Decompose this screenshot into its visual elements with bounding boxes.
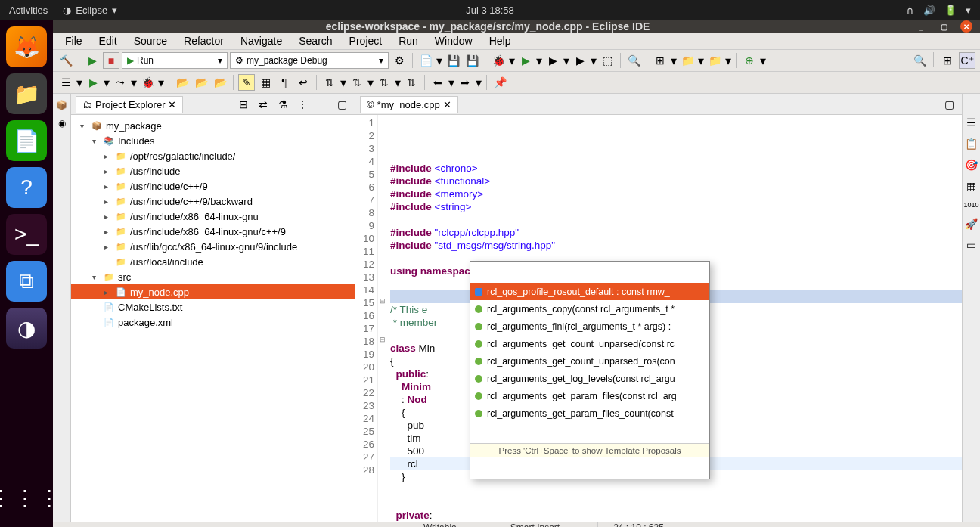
run-last-icon[interactable]: ▶ xyxy=(85,74,101,91)
titlebar[interactable]: eclipse-workspace - my_package/src/my_no… xyxy=(53,20,980,33)
autocomplete-item[interactable]: rcl_arguments_fini(rcl_arguments_t * arg… xyxy=(470,318,709,335)
back-icon[interactable]: ⬅ xyxy=(430,74,446,91)
run-mode-combo[interactable]: ▶Run▾ xyxy=(122,52,228,69)
includes-node[interactable]: ▾📚Includes xyxy=(71,133,355,148)
nav-icon-4[interactable]: ⇅ xyxy=(403,74,420,91)
highlight-icon[interactable]: ✎ xyxy=(238,74,255,91)
menu-search[interactable]: Search xyxy=(291,33,340,49)
launcher-libreoffice[interactable]: 📄 xyxy=(6,120,47,161)
activities-button[interactable]: Activities xyxy=(9,5,48,16)
project-file-node[interactable]: 📄CMakeLists.txt xyxy=(71,299,355,315)
make-icon[interactable]: ▦ xyxy=(966,180,976,192)
autocomplete-item[interactable]: rcl_arguments_get_count_unparsed(const r… xyxy=(470,335,709,352)
autocomplete-item[interactable]: rcl_arguments_get_param_files(const rcl_… xyxy=(470,387,709,405)
hammer-icon[interactable]: 🔨 xyxy=(57,52,74,69)
navigator-icon[interactable]: 📦 xyxy=(56,100,67,110)
open-icon-3[interactable]: 📂 xyxy=(212,74,228,91)
outline-view-icon[interactable]: ☰ xyxy=(966,116,976,129)
profile-icon[interactable]: ▶ xyxy=(572,52,588,69)
launcher-screenshot[interactable]: ⧉ xyxy=(6,261,47,302)
outline-icon[interactable]: ◉ xyxy=(58,118,66,129)
binary-icon[interactable]: 1010 xyxy=(963,201,978,209)
view-menu-icon[interactable]: ⋮ xyxy=(294,96,311,113)
step-debug-icon[interactable]: ☰ xyxy=(57,74,74,91)
minimize-editor-icon[interactable]: _ xyxy=(921,96,938,113)
maximize-view-icon[interactable]: ▢ xyxy=(333,96,350,113)
autocomplete-item[interactable]: rcl_arguments_get_log_levels(const rcl_a… xyxy=(470,370,709,387)
clock[interactable]: Jul 3 18:58 xyxy=(466,5,514,16)
save-icon[interactable]: 💾 xyxy=(445,52,461,69)
include-dir-node[interactable]: ▸📁/opt/ros/galactic/include/ xyxy=(71,148,355,163)
wrap-icon[interactable]: ↩ xyxy=(295,74,312,91)
nav-icon-2[interactable]: ⇅ xyxy=(349,74,365,91)
nav-icon-3[interactable]: ⇅ xyxy=(376,74,392,91)
project-file-node[interactable]: 📄package.xml xyxy=(71,315,355,330)
new-cpp-class-icon[interactable]: ⊞ xyxy=(652,52,668,69)
external-icon[interactable]: ⬚ xyxy=(599,52,616,69)
menu-help[interactable]: Help xyxy=(482,33,519,49)
forward-icon[interactable]: ➡ xyxy=(457,74,473,91)
menu-navigate[interactable]: Navigate xyxy=(233,33,290,49)
launcher-files[interactable]: 📁 xyxy=(6,73,47,114)
new-file-icon[interactable]: 📄 xyxy=(417,52,434,69)
stop-button[interactable]: ■ xyxy=(103,52,119,69)
network-icon[interactable]: ⋔ xyxy=(906,5,914,16)
new-folder-icon[interactable]: 📁 xyxy=(679,52,696,69)
gear-icon[interactable]: ⚙ xyxy=(391,52,408,69)
include-dir-node[interactable]: ▸📁/usr/lib/gcc/x86_64-linux-gnu/9/includ… xyxy=(71,239,355,254)
skip-icon[interactable]: ⤳ xyxy=(112,74,129,91)
maximize-button[interactable]: ▢ xyxy=(938,20,950,33)
editor-tab[interactable]: © *my_node.cpp ✕ xyxy=(360,96,458,113)
code-body[interactable]: rcl_qos_profile_rosout_default : const r… xyxy=(387,115,962,522)
terminal-view-icon[interactable]: ▭ xyxy=(966,239,976,251)
rocket-icon[interactable]: 🚀 xyxy=(965,218,978,230)
debug-last-icon[interactable]: 🐞 xyxy=(139,74,156,91)
pin-icon[interactable]: 📌 xyxy=(492,74,508,91)
launch-config-combo[interactable]: ⚙my_package Debug▾ xyxy=(230,52,389,69)
app-menu[interactable]: ◑ Eclipse ▾ xyxy=(63,5,117,16)
menu-window[interactable]: Window xyxy=(427,33,480,49)
chevron-down-icon[interactable]: ▾ xyxy=(966,5,971,16)
launcher-apps[interactable]: ⋮⋮⋮ xyxy=(6,477,47,518)
menu-file[interactable]: File xyxy=(57,33,90,49)
src-folder-node[interactable]: ▾📁src xyxy=(71,269,355,284)
project-tree[interactable]: ▾📦my_package ▾📚Includes ▸📁/opt/ros/galac… xyxy=(71,115,355,522)
include-dir-node[interactable]: ▸📁/usr/include/c++/9 xyxy=(71,178,355,194)
link-editor-icon[interactable]: ⇄ xyxy=(255,96,271,113)
include-dir-node[interactable]: ▸📁/usr/include/c++/9/backward xyxy=(71,194,355,209)
autocomplete-item[interactable]: rcl_arguments_get_param_files_count(cons… xyxy=(470,405,709,422)
project-root-node[interactable]: ▾📦my_package xyxy=(71,118,355,133)
collapse-all-icon[interactable]: ⊟ xyxy=(235,96,252,113)
open-type-icon[interactable]: ⊕ xyxy=(741,52,758,69)
autocomplete-item[interactable]: rcl_qos_profile_rosout_default : const r… xyxy=(470,283,709,300)
include-dir-node[interactable]: ▸📁/usr/include xyxy=(71,163,355,178)
minimize-view-icon[interactable]: _ xyxy=(314,96,330,113)
maximize-editor-icon[interactable]: ▢ xyxy=(941,96,957,113)
menu-refactor[interactable]: Refactor xyxy=(176,33,231,49)
block-select-icon[interactable]: ▦ xyxy=(257,74,274,91)
launcher-help[interactable]: ? xyxy=(6,167,47,208)
filter-icon[interactable]: ⚗ xyxy=(274,96,291,113)
close-button[interactable]: ✕ xyxy=(960,20,972,33)
close-tab-icon[interactable]: ✕ xyxy=(168,99,176,110)
volume-icon[interactable]: 🔊 xyxy=(923,5,935,16)
include-dir-node[interactable]: ▸📁/usr/include/x86_64-linux-gnu xyxy=(71,209,355,224)
task-view-icon[interactable]: 📋 xyxy=(965,138,978,150)
nav-icon-1[interactable]: ⇅ xyxy=(321,74,338,91)
code-area[interactable]: 1234567891011121314151617181920212223242… xyxy=(355,115,962,522)
include-dir-node[interactable]: ▸📁/usr/include/x86_64-linux-gnu/c++/9 xyxy=(71,224,355,239)
new-src-folder-icon[interactable]: 📁 xyxy=(706,52,723,69)
explorer-tab[interactable]: 🗂 Project Explorer ✕ xyxy=(76,96,183,113)
autocomplete-item[interactable]: rcl_arguments_get_count_unparsed_ros(con xyxy=(470,352,709,370)
autocomplete-popup[interactable]: rcl_qos_profile_rosout_default : const r… xyxy=(470,261,710,479)
battery-icon[interactable]: 🔋 xyxy=(944,5,957,16)
menu-source[interactable]: Source xyxy=(126,33,175,49)
fold-gutter[interactable]: ⊟⊟ xyxy=(378,115,387,522)
menu-project[interactable]: Project xyxy=(342,33,390,49)
menu-run[interactable]: Run xyxy=(391,33,426,49)
build-targets-icon[interactable]: 🎯 xyxy=(965,159,978,171)
include-dir-node[interactable]: 📁/usr/local/include xyxy=(71,254,355,269)
cpp-perspective-icon[interactable]: C⁺ xyxy=(959,52,975,69)
src-file-node[interactable]: ▸📄my_node.cpp xyxy=(71,284,355,299)
launcher-firefox[interactable]: 🦊 xyxy=(6,26,47,67)
